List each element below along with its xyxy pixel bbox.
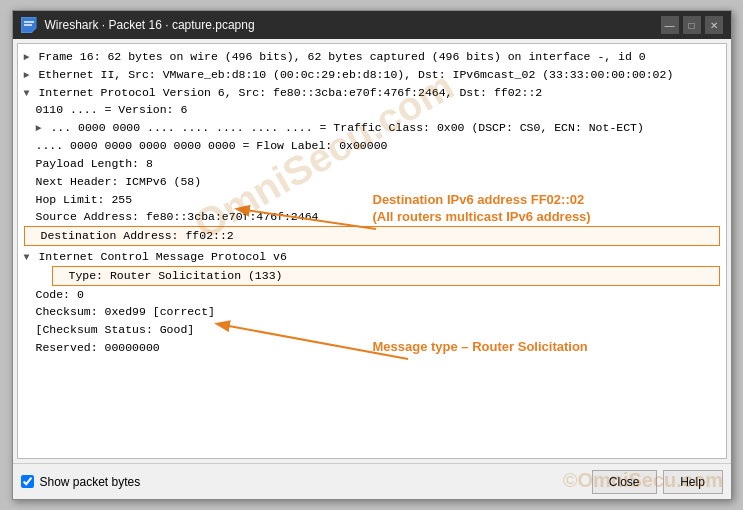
footer-buttons: Close Help (592, 470, 723, 494)
tree-row[interactable]: ► Ethernet II, Src: VMware_eb:d8:10 (00:… (20, 66, 724, 84)
show-bytes-label: Show packet bytes (40, 475, 141, 489)
footer: Show packet bytes Close Help (13, 463, 731, 499)
tree-row[interactable]: Payload Length: 8 (20, 155, 724, 173)
tree-text: Next Header: ICMPv6 (58) (36, 175, 202, 188)
main-window: Wireshark · Packet 16 · capture.pcapng —… (12, 10, 732, 500)
window-title: Wireshark · Packet 16 · capture.pcapng (45, 18, 661, 32)
tree-text: Hop Limit: 255 (36, 193, 133, 206)
tree-text: Checksum: 0xed99 [correct] (36, 305, 215, 318)
show-packet-bytes-area: Show packet bytes (21, 475, 141, 489)
window-controls: — □ ✕ (661, 16, 723, 34)
tree-text: [Checksum Status: Good] (36, 323, 195, 336)
tree-text: Reserved: 00000000 (36, 341, 160, 354)
tree-row[interactable]: Hop Limit: 255 (20, 191, 724, 209)
tree-row[interactable]: 0110 .... = Version: 6 (20, 101, 724, 119)
show-bytes-checkbox[interactable] (21, 475, 34, 488)
expand-icon[interactable]: ▼ (24, 252, 30, 263)
tree-text: 0110 .... = Version: 6 (36, 103, 188, 116)
packet-tree[interactable]: ► Frame 16: 62 bytes on wire (496 bits),… (18, 44, 726, 458)
tree-text: ... 0000 0000 .... .... .... .... .... =… (50, 121, 644, 134)
content-area: ► Frame 16: 62 bytes on wire (496 bits),… (17, 43, 727, 459)
minimize-button[interactable]: — (661, 16, 679, 34)
tree-text: Code: 0 (36, 288, 84, 301)
close-button[interactable]: Close (592, 470, 657, 494)
type-row[interactable]: Type: Router Solicitation (133) (52, 266, 720, 286)
close-window-button[interactable]: ✕ (705, 16, 723, 34)
destination-address-row[interactable]: Destination Address: ff02::2 (24, 226, 720, 246)
tree-text: Type: Router Solicitation (133) (69, 269, 283, 282)
tree-row[interactable]: .... 0000 0000 0000 0000 0000 = Flow Lab… (20, 137, 724, 155)
tree-row[interactable]: Source Address: fe80::3cba:e70f:476f:246… (20, 208, 724, 226)
tree-row[interactable]: Checksum: 0xed99 [correct] (20, 303, 724, 321)
tree-row[interactable]: Code: 0 (20, 286, 724, 304)
tree-row[interactable]: Reserved: 00000000 (20, 339, 724, 357)
maximize-button[interactable]: □ (683, 16, 701, 34)
tree-row[interactable]: ► Frame 16: 62 bytes on wire (496 bits),… (20, 48, 724, 66)
tree-text: Frame 16: 62 bytes on wire (496 bits), 6… (38, 50, 645, 63)
tree-row[interactable]: ▼ Internet Protocol Version 6, Src: fe80… (20, 84, 724, 102)
expand-icon[interactable]: ▼ (24, 88, 30, 99)
tree-text: Internet Control Message Protocol v6 (38, 250, 286, 263)
tree-text: Internet Protocol Version 6, Src: fe80::… (38, 86, 542, 99)
svg-marker-1 (24, 21, 34, 23)
app-icon (21, 17, 37, 33)
tree-row[interactable]: [Checksum Status: Good] (20, 321, 724, 339)
expand-icon[interactable]: ► (24, 70, 30, 81)
tree-text: Destination Address: ff02::2 (41, 229, 234, 242)
tree-row[interactable]: Next Header: ICMPv6 (58) (20, 173, 724, 191)
help-button[interactable]: Help (663, 470, 723, 494)
tree-text: Ethernet II, Src: VMware_eb:d8:10 (00:0c… (38, 68, 673, 81)
svg-marker-2 (24, 24, 32, 26)
expand-icon[interactable]: ► (36, 123, 42, 134)
tree-text: Payload Length: 8 (36, 157, 153, 170)
tree-row[interactable]: ► ... 0000 0000 .... .... .... .... ....… (20, 119, 724, 137)
tree-row[interactable]: ▼ Internet Control Message Protocol v6 (20, 248, 724, 266)
tree-text: Source Address: fe80::3cba:e70f:476f:246… (36, 210, 319, 223)
tree-text: .... 0000 0000 0000 0000 0000 = Flow Lab… (36, 139, 388, 152)
titlebar: Wireshark · Packet 16 · capture.pcapng —… (13, 11, 731, 39)
expand-icon[interactable]: ► (24, 52, 30, 63)
